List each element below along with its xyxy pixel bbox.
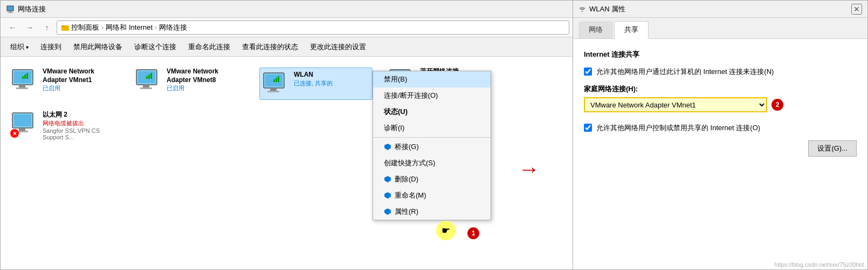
address-bar: ← → ↑ 控制面板 › 网络和 Internet › 网络连接 [1,18,574,37]
up-button[interactable]: ↑ [39,20,54,35]
svg-rect-10 [24,75,26,79]
ethernet-subname: Sangfor SSL VPN CS Support S... [43,127,119,140]
adapter-icon-wlan [263,71,288,97]
svg-rect-1 [9,11,11,12]
adapter-icon-vmnet1 [11,68,37,93]
tab-network[interactable]: 网络 [578,21,613,38]
context-menu-item-status[interactable]: 状态(U) [373,104,491,120]
dropdown-label: 家庭网络连接(H): [584,84,857,94]
svg-rect-2 [8,12,13,13]
context-menu-item-rename-label: 重命名(M) [395,191,426,200]
disable-button[interactable]: 禁用此网络设备 [68,39,128,55]
network-icon [6,5,15,14]
checkbox-allow-control-label: 允许其他网络用户控制或禁用共享的 Internet 连接(O) [596,123,760,133]
forward-button[interactable]: → [22,20,37,35]
shield-icon-rename [384,192,391,199]
svg-rect-7 [19,85,25,87]
adapter-status-vmnet1: 已启用 [43,84,119,92]
context-menu-item-disable-label: 禁用(B) [384,75,407,84]
svg-rect-4 [61,25,65,27]
breadcrumb: 控制面板 › 网络和 Internet › 网络连接 [57,21,569,35]
shield-icon-bridge [384,143,391,151]
context-menu-item-reconnect-label: 连接/断开连接(O) [384,91,438,100]
svg-rect-24 [275,78,277,82]
adapter-status-vmnet8: 已启用 [167,84,243,92]
svg-rect-23 [273,79,275,82]
network-connections-window: 网络连接 ← → ↑ 控制面板 › 网络和 Internet › 网络连接 组织… [0,0,574,270]
svg-rect-11 [26,73,28,79]
svg-rect-18 [150,73,152,79]
home-network-dropdown[interactable]: VMware Network Adapter VMnet1 [584,97,767,112]
svg-rect-9 [22,76,24,79]
context-menu-divider-1 [373,137,491,138]
window-titlebar: 网络连接 [1,1,574,18]
back-button[interactable]: ← [5,20,20,35]
view-status-button[interactable]: 查看此连接的状态 [237,39,304,55]
cursor-hand-icon: ☛ [442,225,450,237]
context-menu-item-reconnect[interactable]: 连接/断开连接(O) [373,87,491,104]
adapter-ethernet2[interactable]: ✕ 以太网 2 网络电缆被拔出 Sangfor SSL VPN CS Suppo… [11,111,119,140]
connect-button[interactable]: 连接到 [35,39,67,55]
svg-rect-17 [148,75,150,79]
props-title-text: WLAN 属性 [589,4,625,14]
checkbox-allow-sharing[interactable] [584,68,592,76]
ethernet-error-badge: ✕ [10,129,19,138]
context-menu-item-status-label: 状态(U) [384,107,408,117]
checkbox-allow-sharing-label: 允许其他网络用户通过此计算机的 Internet 连接来连接(N) [596,67,774,77]
adapter-info-wlan: WLAN 已连接, 共享的 [294,71,369,87]
step1-badge-container: 1 [467,227,479,239]
svg-rect-21 [270,88,277,91]
svg-rect-8 [16,87,28,89]
watermark: https://blog.csdn.net/xxx/75z00hld [774,261,864,268]
shield-icon-delete [384,176,391,183]
props-titlebar: WLAN 属性 ✕ [573,1,867,18]
adapter-info-vmnet1: VMware Network Adapter VMnet1 已启用 [43,68,119,92]
rename-button[interactable]: 重命名此连接 [183,39,236,55]
context-menu-item-shortcut[interactable]: 创建快捷方式(S) [373,155,491,171]
diagnose-button[interactable]: 诊断这个连接 [129,39,182,55]
adapter-wlan[interactable]: WLAN 已连接, 共享的 [259,68,373,100]
context-menu-item-properties[interactable]: 属性(R) [373,204,491,220]
wifi-icon-title [578,5,586,13]
adapter-vmnet1[interactable]: VMware Network Adapter VMnet1 已启用 [11,68,119,100]
step1-badge: 1 [467,227,479,239]
svg-rect-16 [146,76,148,79]
adapter-vmnet8[interactable]: VMware Network Adapter VMnet8 已启用 [135,68,243,100]
context-menu-item-properties-label: 属性(R) [395,207,418,217]
context-menu-item-diagnose[interactable]: 诊断(I) [373,120,491,136]
props-content: Internet 连接共享 允许其他网络用户通过此计算机的 Internet 连… [573,39,867,167]
context-menu-item-rename[interactable]: 重命名(M) [373,187,491,204]
window-title: 网络连接 [18,4,46,14]
adapter-info-vmnet8: VMware Network Adapter VMnet8 已启用 [167,68,243,92]
close-button[interactable]: ✕ [851,4,862,15]
checkbox-allow-control[interactable] [584,124,592,132]
context-menu-item-delete[interactable]: 删除(D) [373,171,491,187]
adapter-icon-vmnet8 [135,68,161,93]
context-menu-item-bridge-label: 桥接(G) [395,142,419,152]
adapter-info-ethernet2: 以太网 2 网络电缆被拔出 Sangfor SSL VPN CS Support… [43,111,119,140]
adapter-name-vmnet1: VMware Network Adapter VMnet1 [43,68,119,84]
change-settings-button[interactable]: 更改此连接的设置 [305,39,371,55]
cursor-indicator: ☛ [436,221,456,240]
settings-button[interactable]: 设置(G)... [808,140,857,157]
svg-rect-15 [140,87,152,89]
tabs-bar: 网络 共享 [573,18,867,39]
context-menu-item-bridge[interactable]: 桥接(G) [373,139,491,155]
shield-icon-properties [384,208,391,215]
organize-button[interactable]: 组织 [5,39,34,55]
section-title: Internet 连接共享 [584,50,857,59]
adapter-status-wlan: 已连接, 共享的 [294,79,369,87]
context-menu-item-disable[interactable]: 禁用(B) [373,71,491,87]
adapter-status-ethernet2: 网络电缆被拔出 [43,119,119,127]
checkbox-row-1: 允许其他网络用户通过此计算机的 Internet 连接来连接(N) [584,67,857,77]
adapter-name-ethernet2: 以太网 2 [43,111,119,119]
checkbox-row-2: 允许其他网络用户控制或禁用共享的 Internet 连接(O) [584,123,857,133]
tab-sharing[interactable]: 共享 [614,21,649,39]
big-arrow: → [518,157,540,181]
adapter-name-vmnet8: VMware Network Adapter VMnet8 [167,68,243,84]
adapter-name-wlan: WLAN [294,71,369,79]
props-title-left: WLAN 属性 [578,4,625,14]
svg-rect-0 [7,6,13,11]
dropdown-row: 家庭网络连接(H): VMware Network Adapter VMnet1… [584,84,857,112]
context-menu-item-shortcut-label: 创建快捷方式(S) [384,158,435,168]
